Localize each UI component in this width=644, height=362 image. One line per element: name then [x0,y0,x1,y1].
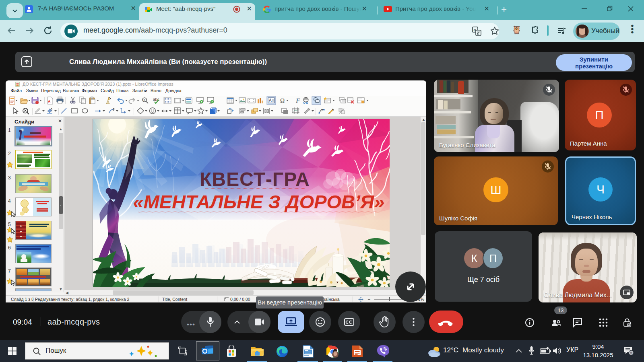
svg-text:«МЕНТАЛЬНЕ З ДОРОВ’Я»: «МЕНТАЛЬНЕ З ДОРОВ’Я» [133,191,385,212]
svg-text:abc: abc [153,97,159,102]
svg-text:F: F [295,97,300,105]
svg-text:КВЕСТ-ГРА: КВЕСТ-ГРА [200,169,310,190]
svg-text:A: A [269,98,272,103]
svg-text:a: a [144,98,146,102]
svg-text:Ω: Ω [280,97,285,104]
svg-text:2: 2 [630,351,632,355]
svg-text:A: A [48,99,51,103]
